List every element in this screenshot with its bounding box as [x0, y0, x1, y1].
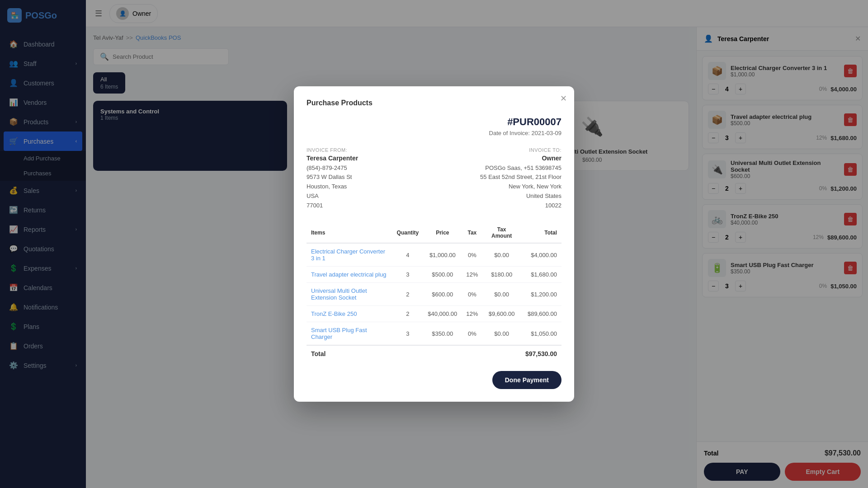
col-price: Price	[423, 223, 462, 243]
purchase-modal: ✕ Purchase Products #PUR00007 Date of In…	[294, 86, 574, 402]
row-total: $4,000.00	[521, 243, 561, 267]
done-payment-button[interactable]: Done Payment	[492, 371, 561, 389]
row-tax: 12%	[462, 267, 482, 283]
invoice-date: Date of Invoice: 2021-03-09	[307, 130, 561, 136]
invoice-date-value: 2021-03-09	[532, 130, 562, 136]
modal-footer: Done Payment	[307, 371, 561, 389]
col-tax-amount: Tax Amount	[482, 223, 521, 243]
row-tax: 12%	[462, 306, 482, 322]
row-tax: 0%	[462, 243, 482, 267]
table-row: Universal Multi Outlet Extension Socket …	[307, 283, 561, 306]
row-tax-amount: $180.00	[482, 267, 521, 283]
invoice-parties: INVOICE FROM: Teresa Carpenter (854)-879…	[307, 147, 561, 211]
row-qty: 4	[392, 243, 424, 267]
row-tax-amount: $0.00	[482, 283, 521, 306]
invoice-date-label: Date of Invoice:	[489, 130, 530, 136]
invoice-from-detail: (854)-879-2475 9573 W Dallas St Houston,…	[307, 164, 358, 211]
grand-total-value: $97,530.00	[521, 345, 561, 362]
row-total: $1,680.00	[521, 267, 561, 283]
invoice-to-label: INVOICE TO:	[480, 147, 561, 153]
row-qty: 3	[392, 322, 424, 346]
to-country: United States	[480, 192, 561, 201]
row-price: $600.00	[423, 283, 462, 306]
row-tax-amount: $0.00	[482, 322, 521, 346]
col-items: Items	[307, 223, 392, 243]
row-qty: 2	[392, 283, 424, 306]
row-total: $89,600.00	[521, 306, 561, 322]
invoice-to-detail: POSGo Saas, +51 53698745 55 East 52nd St…	[480, 164, 561, 211]
to-zip: 10022	[480, 201, 561, 211]
row-price: $350.00	[423, 322, 462, 346]
row-qty: 2	[392, 306, 424, 322]
row-qty: 3	[392, 267, 424, 283]
row-tax: 0%	[462, 322, 482, 346]
invoice-to: INVOICE TO: Owner POSGo Saas, +51 536987…	[480, 147, 561, 211]
from-city: Houston, Texas	[307, 182, 358, 192]
from-phone: (854)-879-2475	[307, 164, 358, 173]
invoice-from-label: INVOICE FROM:	[307, 147, 358, 153]
col-total: Total	[521, 223, 561, 243]
from-zip: 77001	[307, 201, 358, 211]
from-address1: 9573 W Dallas St	[307, 173, 358, 182]
to-city: New York, New York	[480, 182, 561, 192]
col-quantity: Quantity	[392, 223, 424, 243]
row-item-name: TronZ E-Bike 250	[307, 306, 392, 322]
modal-close-button[interactable]: ✕	[560, 94, 567, 103]
row-tax-amount: $0.00	[482, 243, 521, 267]
invoice-from-name: Teresa Carpenter	[307, 155, 358, 162]
modal-title: Purchase Products	[307, 99, 561, 107]
col-tax: Tax	[462, 223, 482, 243]
row-price: $500.00	[423, 267, 462, 283]
to-address1: 55 East 52nd Street, 21st Floor	[480, 173, 561, 182]
row-item-name: Smart USB Plug Fast Charger	[307, 322, 392, 346]
row-item-name: Electrical Charger Converter 3 in 1	[307, 243, 392, 267]
table-row: Smart USB Plug Fast Charger 3 $350.00 0%…	[307, 322, 561, 346]
table-row: Travel adapter electrical plug 3 $500.00…	[307, 267, 561, 283]
row-price: $40,000.00	[423, 306, 462, 322]
table-row: Electrical Charger Converter 3 in 1 4 $1…	[307, 243, 561, 267]
invoice-table: Items Quantity Price Tax Tax Amount Tota…	[307, 223, 561, 362]
grand-total-label: Total	[307, 345, 392, 362]
row-item-name: Universal Multi Outlet Extension Socket	[307, 283, 392, 306]
table-row: TronZ E-Bike 250 2 $40,000.00 12% $9,600…	[307, 306, 561, 322]
modal-overlay[interactable]: ✕ Purchase Products #PUR00007 Date of In…	[0, 0, 868, 488]
row-price: $1,000.00	[423, 243, 462, 267]
row-total: $1,050.00	[521, 322, 561, 346]
row-total: $1,200.00	[521, 283, 561, 306]
invoice-number: #PUR00007	[307, 116, 561, 128]
invoice-to-name: Owner	[480, 155, 561, 162]
from-country: USA	[307, 192, 358, 201]
row-tax-amount: $9,600.00	[482, 306, 521, 322]
row-tax: 0%	[462, 283, 482, 306]
invoice-from: INVOICE FROM: Teresa Carpenter (854)-879…	[307, 147, 358, 211]
to-company: POSGo Saas, +51 53698745	[480, 164, 561, 173]
row-item-name: Travel adapter electrical plug	[307, 267, 392, 283]
